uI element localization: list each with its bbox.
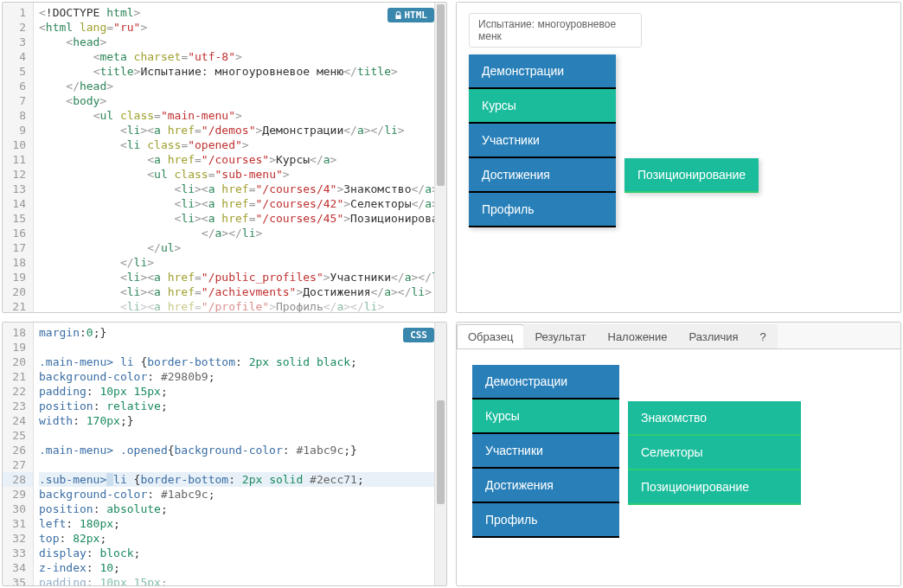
preview-panel: Испытание: многоуровневое менк Демонстра…: [456, 2, 901, 313]
reference-menu-item: Участники: [472, 434, 619, 469]
tab-образец[interactable]: Образец: [457, 324, 524, 348]
tab-?[interactable]: ?: [749, 324, 778, 348]
html-editor-panel: HTML 123456789101112131415161718192021 <…: [2, 2, 447, 313]
html-code[interactable]: <!DOCTYPE html> <html lang="ru"> <head> …: [34, 3, 446, 312]
reference-menu-item: Достижения: [472, 469, 619, 503]
menu-item[interactable]: Профиль: [469, 193, 616, 227]
scrollbar-vertical[interactable]: [434, 323, 446, 585]
css-code[interactable]: margin:0;} .main-menu> li {border-bottom…: [34, 323, 446, 585]
html-gutter: 123456789101112131415161718192021: [3, 3, 34, 312]
reference-submenu-item: Селекторы: [628, 436, 801, 470]
reference-menu: ДемонстрацииКурсыУчастникиДостиженияПроф…: [472, 365, 619, 538]
html-badge: HTML: [387, 8, 435, 22]
reference-submenu-item: Знакомство: [628, 401, 801, 436]
css-gutter: 181920212223242526272829303132333435: [3, 323, 34, 585]
tabbar: ОбразецРезультатНаложениеРазличия?: [457, 323, 900, 349]
css-badge-label: CSS: [410, 329, 427, 341]
submenu-item[interactable]: Позиционирование: [624, 158, 759, 193]
menu-item[interactable]: Демонстрации: [469, 54, 616, 89]
menu-item[interactable]: ДостиженияПозиционирование: [469, 158, 616, 193]
tab-результат[interactable]: Результат: [523, 324, 597, 348]
css-editor-panel: CSS 181920212223242526272829303132333435…: [2, 322, 447, 586]
reference-submenu-item: Позиционирование: [628, 470, 801, 505]
preview-title-bar: Испытание: многоуровневое менк: [469, 13, 642, 48]
menu-item[interactable]: Курсы: [469, 89, 616, 124]
css-badge: CSS: [403, 328, 434, 342]
scrollbar-vertical[interactable]: [434, 3, 446, 312]
reference-panel: ОбразецРезультатНаложениеРазличия? Демон…: [456, 322, 901, 586]
lock-icon: [394, 11, 402, 19]
tab-наложение[interactable]: Наложение: [597, 324, 679, 348]
html-badge-label: HTML: [405, 10, 428, 21]
reference-menu-item: Профиль: [472, 503, 619, 538]
menu-item[interactable]: Участники: [469, 124, 616, 158]
reference-menu-item: Курсы: [472, 399, 619, 434]
tab-различия[interactable]: Различия: [678, 324, 750, 348]
preview-menu: ДемонстрацииКурсыУчастникиДостиженияПози…: [469, 54, 616, 227]
reference-menu-item: Демонстрации: [472, 365, 619, 399]
